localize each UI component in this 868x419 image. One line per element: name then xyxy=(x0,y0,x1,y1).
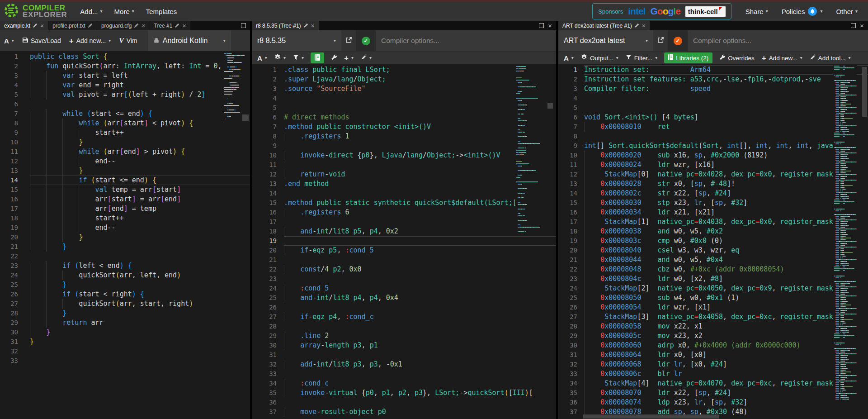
filter-button[interactable]: Filter... ▾ xyxy=(622,52,661,64)
code-line: 25 } xyxy=(0,280,250,290)
open-compiler-website-button[interactable] xyxy=(653,30,668,51)
filter-button[interactable]: ▾ xyxy=(289,52,307,64)
code-line: 26 if (start < right) { xyxy=(0,290,250,299)
libraries-button[interactable] xyxy=(311,52,324,63)
pencil-icon[interactable] xyxy=(175,23,179,29)
menu-share-label: Share xyxy=(745,8,764,15)
tab-label: proguard.cfg xyxy=(101,23,132,29)
tab-r8[interactable]: r8 8.5.35 (Tree #1) × xyxy=(252,21,319,30)
close-pane-icon[interactable]: × xyxy=(548,22,552,29)
editor-tabbar: example.kt × profile.prof.txt proguard.c… xyxy=(0,21,250,30)
save-load-button[interactable]: Save/Load xyxy=(18,30,65,51)
code-line: 33 xyxy=(0,356,250,366)
horizontal-scrollbar-slider[interactable] xyxy=(583,414,719,419)
code-line: 15.method public static synthetic quickS… xyxy=(252,198,556,208)
google-logo[interactable]: Google xyxy=(650,6,680,17)
tab-tree-1[interactable]: Tree #1 × xyxy=(150,21,190,30)
tool-pen-icon xyxy=(810,54,816,62)
menu-add[interactable]: Add...▾ xyxy=(74,2,108,21)
funnel-icon xyxy=(293,55,299,62)
intel-logo[interactable]: intel xyxy=(628,6,645,17)
maximize-icon[interactable] xyxy=(851,23,856,28)
pencil-icon[interactable] xyxy=(635,23,639,29)
code-line: 18 start++ xyxy=(0,214,250,223)
menu-templates[interactable]: Templates xyxy=(140,2,183,21)
minimap[interactable] xyxy=(833,65,857,400)
output-options-button[interactable]: ▾ xyxy=(271,52,289,64)
code-line: 13 0x00008028 str x0, [sp, #-48]! xyxy=(558,179,868,189)
code-lines: 1public class Sort {2 fun quickSort(arr:… xyxy=(0,51,250,366)
libraries-button[interactable]: Libraries (2) xyxy=(664,52,712,63)
close-pane-icon[interactable]: × xyxy=(860,22,864,29)
menu-more[interactable]: More▾ xyxy=(108,2,140,21)
add-new-button[interactable]: +▾ xyxy=(340,52,357,64)
language-select[interactable]: Android Kotlin ▾ xyxy=(148,30,231,51)
pencil-icon[interactable] xyxy=(134,23,139,29)
chevron-down-icon: ▾ xyxy=(820,9,822,14)
menu-more-label: More xyxy=(114,8,130,15)
add-tool-button[interactable]: ▾ xyxy=(357,52,375,64)
scrollbar-slider[interactable] xyxy=(242,114,249,121)
code-line: 35 invoke-virtual {p0, p1, p2, p3}, LSor… xyxy=(252,388,556,398)
font-size-button[interactable]: A▾ xyxy=(0,30,18,51)
menu-other-label: Other xyxy=(836,8,853,15)
code-line: 36 0x00008074 ldp x23, lr, [sp, #32] xyxy=(558,398,868,407)
close-icon[interactable]: × xyxy=(311,23,315,29)
output-options-button[interactable]: Output... ▾ xyxy=(577,52,622,64)
tab-label: Tree #1 xyxy=(154,23,173,29)
maximize-icon[interactable] xyxy=(539,23,544,28)
art-toolbar: ART dex2oat latest ▾ ✓ xyxy=(558,30,868,51)
tab-example-kt[interactable]: example.kt × xyxy=(0,21,48,30)
compiler-options-input[interactable] xyxy=(376,30,556,51)
code-line: 28 } xyxy=(0,309,250,318)
add-new-button[interactable]: + Add new...▾ xyxy=(65,30,115,51)
font-size-button[interactable]: A▾ xyxy=(560,52,577,64)
bell-icon xyxy=(808,7,817,16)
tab-art[interactable]: ART dex2oat latest (Tree #1) × xyxy=(558,21,650,30)
pencil-icon[interactable] xyxy=(304,23,308,29)
compiler-options-input[interactable] xyxy=(688,30,868,51)
compiler-explorer-logo[interactable]: COMPILER EXPLORER xyxy=(0,3,74,20)
menu-policies[interactable]: Policies ▾ xyxy=(776,7,829,16)
code-line: 14 if (start <= end) { xyxy=(0,176,250,185)
compiler-select[interactable]: r8 8.5.35 ▾ xyxy=(252,30,341,51)
close-icon[interactable]: × xyxy=(40,23,44,29)
close-icon[interactable]: × xyxy=(182,23,186,29)
code-line: 36 xyxy=(252,398,556,407)
chevron-down-icon: ▾ xyxy=(100,9,103,14)
maximize-icon[interactable] xyxy=(241,23,246,28)
add-tool-button[interactable]: Add tool... ▾ xyxy=(806,52,854,64)
code-line: 32 xyxy=(0,347,250,356)
code-line: 28 0x00008058 mov x22, x1 xyxy=(558,322,868,331)
font-size-button[interactable]: A▾ xyxy=(254,52,271,64)
overrides-button[interactable] xyxy=(327,52,340,64)
pencil-icon[interactable] xyxy=(88,23,93,29)
code-line: 25 and-int/lit8 p4, p4, 0x4 xyxy=(252,293,556,303)
sponsors-box[interactable]: Sponsors intel Google think-cell xyxy=(592,3,731,19)
book-icon xyxy=(315,54,320,62)
tab-proguard-cfg[interactable]: proguard.cfg × xyxy=(97,21,150,30)
pencil-icon[interactable] xyxy=(33,23,38,29)
add-new-button[interactable]: + Add new... ▾ xyxy=(758,52,806,64)
close-icon[interactable]: × xyxy=(642,23,646,29)
close-icon[interactable]: × xyxy=(142,23,145,29)
open-compiler-website-button[interactable] xyxy=(341,30,356,51)
art-output-editor[interactable]: 1Instruction set: Arm642Instruction set … xyxy=(558,64,868,419)
code-line: 6# direct methods xyxy=(252,113,556,122)
r8-output-editor[interactable]: 1.class public final LSort;2.super Ljava… xyxy=(252,64,556,419)
editor-toolbar: A▾ Save/Load + Add new...▾ V Vim Android… xyxy=(0,30,250,51)
overrides-button[interactable]: Overrides xyxy=(716,52,758,64)
vertical-scrollbar-slider[interactable] xyxy=(862,67,867,117)
source-editor-pane: example.kt × profile.prof.txt proguard.c… xyxy=(0,21,250,419)
compiler-select[interactable]: ART dex2oat latest ▾ xyxy=(558,30,653,51)
funnel-icon xyxy=(626,55,632,62)
source-code-editor[interactable]: 1public class Sort {2 fun quickSort(arr:… xyxy=(0,51,250,419)
tab-profile-prof-txt[interactable]: profile.prof.txt xyxy=(48,21,97,30)
vim-toggle-button[interactable]: V Vim xyxy=(115,30,142,51)
thinkcell-logo[interactable]: think-cell xyxy=(685,6,726,17)
minimap[interactable] xyxy=(515,65,539,233)
menu-share[interactable]: Share▾ xyxy=(740,8,774,15)
scrollbar-slider[interactable] xyxy=(547,103,553,109)
menu-other[interactable]: Other▾ xyxy=(830,8,863,15)
code-line: 8 .registers 1 xyxy=(252,132,556,141)
